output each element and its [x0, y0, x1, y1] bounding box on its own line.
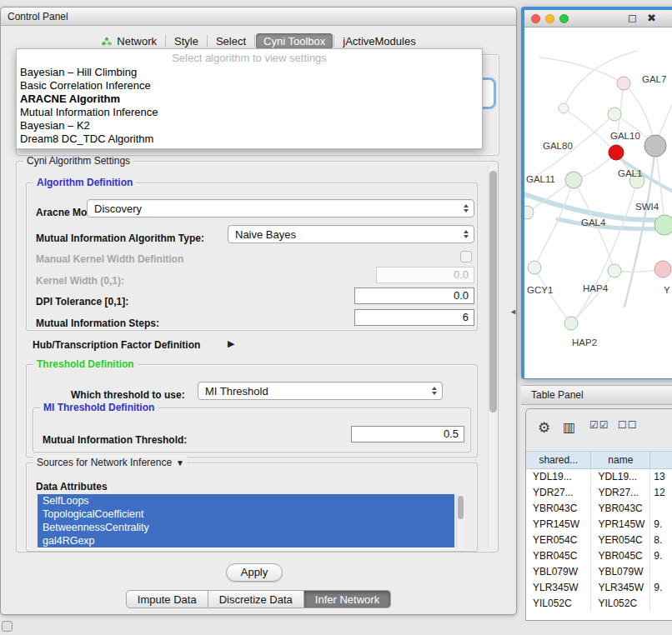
- table-row[interactable]: YPR145WYPR145W9.: [526, 517, 672, 532]
- bottom-tab-impute-data[interactable]: Impute Data: [126, 590, 208, 608]
- network-edge[interactable]: [571, 181, 637, 323]
- table-row[interactable]: YLR345WYLR345W9.: [526, 580, 672, 596]
- network-edge[interactable]: [534, 180, 574, 268]
- which-threshold-combobox[interactable]: MI Threshold: [198, 382, 443, 400]
- network-node[interactable]: [528, 261, 541, 274]
- table-row[interactable]: YBR043CYBR043C: [526, 501, 672, 517]
- settings-scrollbar[interactable]: [488, 164, 498, 549]
- table-cell: YIL052C: [591, 596, 650, 612]
- menu-item-dream8-dc-tdc-algorithm[interactable]: Dream8 DC_TDC Algorithm: [17, 132, 482, 146]
- hub-section-label[interactable]: Hub/Transcription Factor Definition: [33, 339, 200, 351]
- tab-cyni-toolbox[interactable]: Cyni Toolbox: [256, 33, 333, 49]
- settings-scrollbar-thumb[interactable]: [489, 171, 497, 412]
- table-row[interactable]: YDL19...YDL19...13: [526, 469, 672, 485]
- mi-steps-label: Mutual Information Steps:: [36, 318, 159, 329]
- manual-kernel-width-checkbox[interactable]: [460, 251, 472, 262]
- table-toolbar: ⚙▥☑☑☐☐: [526, 418, 672, 444]
- kernel-width-field[interactable]: 0.0: [376, 267, 474, 283]
- menu-placeholder: Select algorithm to view settings: [17, 51, 482, 66]
- dpi-tolerance-field[interactable]: 0.0: [354, 288, 474, 304]
- network-node[interactable]: [617, 77, 630, 90]
- tab-label: Style: [174, 35, 198, 48]
- table-row[interactable]: YIL052CYIL052C: [526, 596, 672, 612]
- table-panel-title: Table Panel: [531, 389, 584, 401]
- network-node[interactable]: [559, 103, 569, 113]
- network-node[interactable]: [644, 135, 666, 157]
- network-node[interactable]: [565, 172, 582, 188]
- column-header-shared[interactable]: shared...: [526, 452, 591, 468]
- table-header-row[interactable]: shared...name: [526, 451, 672, 469]
- menu-item-basic-correlation-inference[interactable]: Basic Correlation Inference: [17, 79, 482, 92]
- attribute-list-scrollbar[interactable]: [456, 494, 464, 549]
- bottom-tab-infer-network[interactable]: Infer Network: [304, 590, 391, 608]
- network-edge[interactable]: [539, 58, 624, 83]
- column-browser-icon[interactable]: ▥: [563, 419, 576, 435]
- attribute-list-scrollbar-thumb[interactable]: [458, 496, 464, 519]
- hub-expand-icon[interactable]: ▶: [228, 338, 234, 349]
- minimize-traffic-light[interactable]: [545, 14, 554, 23]
- close-window-icon[interactable]: ✖: [647, 12, 656, 24]
- network-node[interactable]: [609, 145, 624, 160]
- aracne-mode-combobox[interactable]: Discovery: [87, 199, 474, 218]
- column-header-2[interactable]: [650, 452, 672, 468]
- table-row[interactable]: YDR27...YDR27...12: [526, 485, 672, 501]
- data-attributes-label: Data Attributes: [36, 481, 108, 492]
- close-traffic-light[interactable]: [531, 14, 540, 23]
- mi-algorithm-type-label: Mutual Information Algorithm Type:: [36, 232, 204, 244]
- menu-item-bayesian-hill-climbing[interactable]: Bayesian – Hill Climbing: [17, 66, 482, 79]
- tab-network[interactable]: Network: [93, 33, 164, 49]
- network-node[interactable]: [654, 215, 672, 235]
- mi-steps-field[interactable]: 6: [354, 309, 474, 326]
- network-node[interactable]: [608, 264, 621, 278]
- float-window-icon[interactable]: ◻: [628, 12, 637, 24]
- network-edge[interactable]: [534, 268, 571, 323]
- threshold-definition-title: Threshold Definition: [33, 358, 138, 370]
- table-cell: 12: [650, 485, 672, 501]
- menu-item-aracne-algorithm[interactable]: ARACNE Algorithm: [17, 92, 482, 106]
- tab-select[interactable]: Select: [208, 33, 253, 49]
- table-cell: [650, 564, 672, 580]
- zoom-traffic-light[interactable]: [559, 14, 569, 23]
- splitter-collapse-icon[interactable]: ◄: [509, 308, 517, 316]
- column-header-name[interactable]: name: [591, 452, 650, 468]
- network-canvas[interactable]: GAL7GAL80GAL10GAL11GAL1SWI4GAL4GCY1HAP4H…: [524, 28, 672, 378]
- table-cell: 9.: [650, 580, 672, 596]
- attribute-item-topologicalcoefficient[interactable]: TopologicalCoefficient: [38, 508, 454, 521]
- table-body: YDL19...YDL19...13YDR27...YDR27...12YBR0…: [526, 469, 672, 620]
- mi-threshold-field[interactable]: 0.5: [351, 426, 464, 442]
- algorithm-menu-items: Bayesian – Hill ClimbingBasic Correlatio…: [17, 66, 482, 146]
- tab-separator: [207, 35, 208, 47]
- algorithm-definition-title: Algorithm Definition: [33, 177, 136, 188]
- network-node[interactable]: [654, 261, 671, 278]
- tab-label: Select: [216, 35, 246, 48]
- table-cell: 9.: [650, 517, 672, 532]
- table-cell: [650, 596, 672, 612]
- table-panel-header[interactable]: Table Panel: [521, 385, 672, 405]
- node-label-y: Y: [664, 285, 670, 295]
- network-node[interactable]: [524, 206, 534, 219]
- attribute-item-selfloops[interactable]: SelfLoops: [38, 494, 454, 508]
- node-label-swi4: SWI4: [635, 202, 659, 212]
- settings-gear-icon[interactable]: ⚙: [538, 419, 551, 437]
- attribute-item-gal4rgexp[interactable]: gal4RGexp: [38, 534, 454, 548]
- sources-collapse-icon[interactable]: ▼: [176, 458, 184, 468]
- menu-item-bayesian-k2[interactable]: Bayesian – K2: [17, 119, 482, 132]
- attribute-item-betweennesscentrality[interactable]: BetweennessCentrality: [38, 521, 454, 534]
- table-row[interactable]: YBL079WYBL079W: [526, 564, 672, 580]
- bottom-tab-discretize-data[interactable]: Discretize Data: [208, 590, 304, 608]
- apply-button[interactable]: Apply: [226, 563, 283, 582]
- control-panel-titlebar[interactable]: Control Panel: [1, 8, 516, 26]
- network-node[interactable]: [608, 108, 621, 121]
- table-row[interactable]: YER054CYER054C8.: [526, 532, 672, 548]
- tab-style[interactable]: Style: [167, 33, 206, 49]
- minimized-panel-icon[interactable]: [2, 621, 13, 632]
- table-row[interactable]: YBR045CYBR045C9.: [526, 548, 672, 564]
- network-titlebar[interactable]: ◻ ✖: [524, 10, 672, 28]
- select-all-icon[interactable]: ☑☑: [589, 419, 609, 431]
- menu-item-mutual-information-inference[interactable]: Mutual Information Inference: [17, 106, 482, 119]
- table-cell: YLR345W: [526, 580, 591, 596]
- network-node[interactable]: [564, 317, 578, 330]
- tab-jactivemodules[interactable]: jActiveModules: [335, 33, 423, 49]
- mi-algorithm-type-combobox[interactable]: Naive Bayes: [228, 225, 474, 243]
- deselect-all-icon[interactable]: ☐☐: [618, 419, 638, 431]
